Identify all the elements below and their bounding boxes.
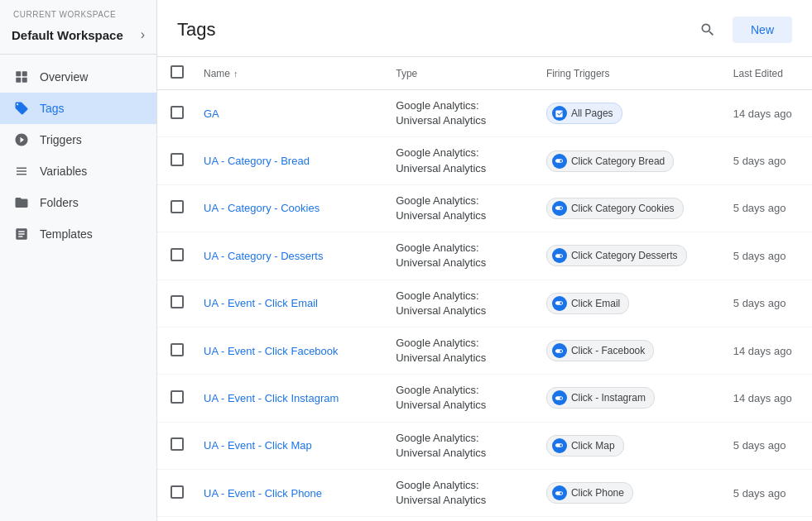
- tag-name-link[interactable]: GA: [204, 108, 219, 120]
- trigger-badge[interactable]: Click - Instagram: [546, 387, 655, 409]
- trigger-badge[interactable]: Click Category Cookies: [546, 198, 684, 219]
- trigger-badge[interactable]: Click - Facebook: [546, 340, 654, 361]
- trigger-badge[interactable]: All Pages: [546, 103, 622, 124]
- sidebar-item-folders[interactable]: Folders: [0, 187, 156, 218]
- search-button[interactable]: [693, 15, 723, 45]
- sidebar-item-overview[interactable]: Overview: [0, 61, 156, 93]
- tag-type-text: Google Analytics: Universal Analytics: [396, 384, 486, 411]
- tag-name-link[interactable]: UA - Category - Desserts: [204, 250, 324, 262]
- templates-icon: [13, 226, 30, 242]
- edited-text: 14 days ago: [733, 108, 792, 120]
- row-checkbox[interactable]: [171, 295, 184, 308]
- tag-name-link[interactable]: UA - Category - Cookies: [204, 202, 320, 214]
- edited-text: 5 days ago: [733, 297, 786, 309]
- trigger-badge[interactable]: Click Phone: [546, 482, 633, 504]
- tag-name-link[interactable]: UA - Event - Click Facebook: [204, 345, 339, 357]
- row-edited-cell: 14 days ago: [720, 90, 812, 137]
- trigger-badge-icon: [552, 485, 567, 500]
- edited-text: 5 days ago: [733, 202, 786, 214]
- row-type-cell: Google Analytics: Universal Analytics: [382, 517, 533, 521]
- trigger-badge-icon: [552, 438, 567, 453]
- table-row: UA - Event - Click PhoneGoogle Analytics…: [157, 470, 812, 517]
- edited-text: 5 days ago: [733, 439, 786, 452]
- row-type-cell: Google Analytics: Universal Analytics: [382, 375, 533, 422]
- row-checkbox[interactable]: [171, 485, 184, 499]
- trigger-label: Click - Instagram: [571, 392, 646, 404]
- new-button[interactable]: New: [733, 17, 792, 43]
- trigger-label: Click Map: [571, 440, 615, 452]
- table-row: UA - Category - DessertsGoogle Analytics…: [157, 232, 812, 280]
- sidebar-item-triggers[interactable]: Triggers: [0, 124, 156, 155]
- row-type-cell: Google Analytics: Universal Analytics: [382, 90, 533, 137]
- svg-rect-3: [22, 78, 27, 83]
- trigger-badge[interactable]: Click Map: [546, 435, 624, 456]
- row-name-cell: UA - Category - Bread: [190, 137, 382, 184]
- trigger-label: Click Phone: [571, 487, 624, 499]
- tag-name-link[interactable]: UA - Event - Click Map: [204, 439, 312, 452]
- row-checkbox[interactable]: [171, 200, 184, 213]
- svg-rect-1: [22, 71, 27, 76]
- trigger-badge-icon: [552, 296, 567, 311]
- table-row: UA - Event - Click FacebookGoogle Analyt…: [157, 327, 812, 374]
- workspace-arrow-icon: ›: [141, 27, 145, 42]
- sidebar-item-templates[interactable]: Templates: [0, 218, 156, 250]
- row-checkbox-cell: [157, 422, 190, 469]
- tag-name-link[interactable]: UA - Category - Bread: [204, 155, 310, 167]
- row-edited-cell: 5 days ago: [720, 422, 812, 469]
- row-edited-cell: 5 days ago: [720, 137, 812, 184]
- trigger-badge[interactable]: Click Email: [546, 293, 629, 314]
- row-checkbox[interactable]: [171, 437, 184, 451]
- sidebar-item-tags[interactable]: Tags: [0, 93, 156, 124]
- row-type-cell: Google Analytics: Universal Analytics: [382, 280, 533, 327]
- row-edited-cell: 14 days ago: [720, 327, 812, 374]
- row-name-cell: UA - Event - Click Instagram: [190, 375, 382, 422]
- folders-icon: [13, 194, 30, 211]
- row-name-cell: UA - Event - Delivery - Doordash: [190, 517, 382, 521]
- trigger-badge[interactable]: Click Category Desserts: [546, 245, 687, 266]
- tag-name-link[interactable]: UA - Event - Click Phone: [204, 487, 322, 499]
- tag-type-text: Google Analytics: Universal Analytics: [396, 432, 486, 459]
- table-header-row: Name ↑ Type Firing Triggers Last Edited: [157, 57, 812, 90]
- table-header-type: Type: [382, 57, 533, 90]
- tag-name-link[interactable]: UA - Event - Click Instagram: [204, 392, 339, 404]
- trigger-badge[interactable]: Click Category Bread: [546, 151, 674, 172]
- row-name-cell: UA - Event - Click Facebook: [190, 327, 382, 374]
- row-checkbox[interactable]: [171, 106, 184, 119]
- trigger-label: All Pages: [571, 108, 613, 119]
- sidebar-folders-label: Folders: [40, 196, 143, 209]
- main-header: Tags New: [157, 0, 812, 57]
- trigger-badge-icon: [552, 248, 567, 263]
- row-firing-cell: All Pages: [533, 90, 720, 137]
- tag-type-text: Google Analytics: Universal Analytics: [396, 241, 486, 269]
- row-checkbox-cell: [157, 137, 190, 184]
- row-checkbox-cell: [157, 184, 190, 232]
- row-type-cell: Google Analytics: Universal Analytics: [382, 470, 533, 517]
- row-checkbox[interactable]: [171, 248, 184, 261]
- row-edited-cell: 5 days ago: [720, 280, 812, 327]
- table-header-name[interactable]: Name ↑: [190, 57, 382, 90]
- row-firing-cell: Click Phone: [533, 470, 720, 517]
- row-checkbox-cell: [157, 517, 190, 521]
- tag-name-link[interactable]: UA - Event - Click Email: [204, 297, 318, 309]
- row-checkbox[interactable]: [171, 390, 184, 404]
- select-all-checkbox[interactable]: [171, 65, 184, 79]
- row-checkbox-cell: [157, 90, 190, 137]
- row-firing-cell: Click Email: [533, 280, 720, 327]
- table-row: UA - Event - Delivery - DoordashGoogle A…: [157, 517, 812, 521]
- workspace-row[interactable]: Default Workspace ›: [0, 22, 156, 54]
- sidebar-item-variables[interactable]: Variables: [0, 155, 156, 187]
- row-firing-cell: Click - Instagram: [533, 375, 720, 422]
- row-edited-cell: 5 days ago: [720, 232, 812, 280]
- trigger-label: Click Email: [571, 298, 620, 309]
- edited-text: 5 days ago: [733, 487, 786, 499]
- row-firing-cell: Click Category Cookies: [533, 184, 720, 232]
- trigger-label: Click - Facebook: [571, 345, 645, 356]
- row-edited-cell: 5 days ago: [720, 184, 812, 232]
- row-checkbox[interactable]: [171, 153, 184, 166]
- tag-type-text: Google Analytics: Universal Analytics: [396, 194, 486, 222]
- row-firing-cell: Click Deluvery Doordash: [533, 517, 720, 521]
- sidebar-variables-label: Variables: [40, 165, 143, 178]
- row-name-cell: UA - Category - Desserts: [190, 232, 382, 280]
- row-checkbox[interactable]: [171, 343, 184, 356]
- page-title: Tags: [177, 19, 215, 41]
